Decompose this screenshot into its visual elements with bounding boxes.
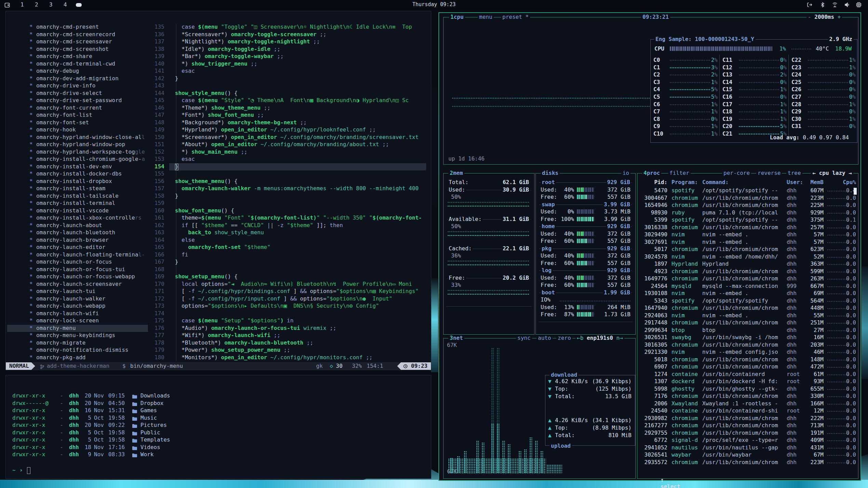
code-line[interactable]: *) show_main_menu ;; <box>175 149 247 155</box>
table-row[interactable]: 2917448chromium/usr/lib/chromium/chromdh… <box>637 319 858 327</box>
table-row[interactable]: 3026541waybar/usr/bin/waybardhh67M0.0 <box>637 451 858 459</box>
logout-icon[interactable] <box>806 2 813 8</box>
table-row[interactable]: 3016338chromium/usr/lib/chromium/chromdh… <box>637 224 858 232</box>
terminal-window-editor[interactable]: *omarchy-cmd-present135 case $(menu "Tog… <box>5 11 431 370</box>
file-list-item[interactable]: omarchy-hyprland-window-close-all <box>36 134 145 140</box>
table-row[interactable]: 3027691nvimnvim --embed .dhh57M0.0 <box>637 239 858 246</box>
file-list-item[interactable]: omarchy-hyprland-window-pop <box>36 141 125 148</box>
file-list-item[interactable]: omarchy-menu <box>36 325 76 331</box>
file-list-item[interactable]: omarchy-migrate <box>36 339 86 346</box>
code-line[interactable]: if [[ "$theme" == "CNCLD" || -z "$theme"… <box>175 222 343 228</box>
file-list-item[interactable]: omarchy-pkg-add <box>36 354 86 361</box>
code-line[interactable]: *Audio*) omarchy-launch-or-focus-tui wir… <box>175 325 336 331</box>
file-list-item[interactable]: omarchy-install-terminal <box>36 200 115 206</box>
code-line[interactable]: *Screensaver*) omarchy-toggle-screensave… <box>175 31 326 38</box>
file-list-item[interactable]: omarchy-install-chromium-google-a <box>36 156 145 162</box>
table-row[interactable]: 5018chromium/usr/lib/chromium/chromdhh14… <box>637 356 858 364</box>
file-list-item[interactable]: omarchy-lock-screen <box>36 317 99 324</box>
code-line[interactable]: show_font_menu() { <box>175 207 234 214</box>
volume-icon[interactable] <box>844 2 851 8</box>
code-line[interactable]: show_theme_menu() { <box>175 178 238 184</box>
file-list-item[interactable]: omarchy-font-list <box>36 112 92 118</box>
file-list-item[interactable]: omarchy-launch-webapp <box>36 303 105 309</box>
file-list-item[interactable]: omarchy-launch-about <box>36 222 102 228</box>
directory-name[interactable]: Pictures <box>140 422 167 428</box>
table-row[interactable]: 3026531swaybg/usr/bin/swaybg -i /homdhh1… <box>637 334 858 341</box>
file-list-item[interactable]: omarchy-font-set <box>36 119 89 126</box>
code-line[interactable]: case $(menu "Toggle" "◫ Screensaver\n☼ N… <box>175 24 412 30</box>
code-line[interactable]: show_style_menu() { <box>175 90 238 96</box>
code-line[interactable]: *Screensaver*) open_in_editor ~/.config/… <box>175 134 419 140</box>
table-row[interactable]: 6772signal-d/proc/self/exe --type=rdhh40… <box>637 437 858 444</box>
code-line[interactable]: fi <box>175 251 188 258</box>
table-row[interactable]: 5399spotify/opt/spotify/spotify --dhh375… <box>637 217 858 224</box>
file-list-item[interactable]: omarchy-launch-bluetooth <box>36 229 115 236</box>
file-list-item[interactable]: omarchy-drive-set-password <box>36 97 122 103</box>
table-row[interactable]: 5470spotify/opt/spotify/spotify --dhh607… <box>637 187 858 195</box>
table-row[interactable]: 3016305chromium/usr/lib/chromium/chromdh… <box>637 341 858 349</box>
file-list-item[interactable]: omarchy-install-tailscale <box>36 193 119 199</box>
code-line[interactable]: case $(menu "Setup" "$options") in <box>175 317 294 324</box>
code-line[interactable]: *About*) open_in_editor ~/.config/omarch… <box>175 141 389 148</box>
directory-name[interactable]: Videos <box>140 444 160 450</box>
table-row[interactable]: 98930rubypuma 7.1.0 (tcp://localdhh929M0… <box>637 209 858 217</box>
code-line[interactable]: *Idle*) omarchy-toggle-idle ;; <box>175 46 280 52</box>
code-line[interactable]: omarchy-launch-walker -m menus:omarchyth… <box>175 185 419 192</box>
table-row[interactable]: 1647940chromium/usr/lib/chromium/chromdh… <box>637 305 858 312</box>
file-list-item[interactable]: omarchy-cmd-terminal-cwd <box>36 60 115 67</box>
code-line[interactable]: else <box>175 237 195 243</box>
code-line[interactable]: [ -f ~/.config/hypr/input.conf ] && opti… <box>175 295 392 302</box>
table-row[interactable]: 2167277chromium/usr/lib/chromium/chromdh… <box>637 422 858 430</box>
table-row[interactable]: 7176chromium/usr/lib/chromium/chromdhh33… <box>637 393 858 400</box>
col-pid[interactable]: Pid: <box>637 179 667 185</box>
proc-percore-button[interactable]: per-core <box>722 170 751 176</box>
table-row[interactable]: 2924063nvimnvim --embed .dhh55M0.0 <box>637 312 858 320</box>
table-row[interactable]: 6907chromium/usr/lib/chromium/chromdhh47… <box>637 363 858 371</box>
file-list-item[interactable]: omarchy-launch-walker <box>36 295 105 302</box>
code-line[interactable]: } <box>175 259 178 265</box>
code-line[interactable]: [ -f ~/.config/hypr/bindings.conf ] && o… <box>175 288 419 294</box>
table-row[interactable]: 3029490nvimnvim --embed .dhh57M0.0 <box>637 231 858 239</box>
terminal-window-shell[interactable]: drwxr-xr-x-dhh20Nov09:15Downloadsdrwx---… <box>5 375 431 479</box>
code-line[interactable]: } <box>175 193 178 199</box>
file-list-item[interactable]: omarchy-dev-add-migration <box>36 75 119 82</box>
table-row[interactable]: 5017chromium/usr/lib/chromium/chromdhh62… <box>637 246 858 253</box>
code-line[interactable]: esac <box>175 156 195 162</box>
code-line[interactable]: *) show_trigger_menu ;; <box>175 60 257 67</box>
code-line[interactable]: back_to show_style_menu <box>175 229 264 236</box>
table-row[interactable]: 3024578nvimnvim --embed /home/dhh/dhh52M… <box>637 253 858 261</box>
directory-name[interactable]: Dropbox <box>140 400 163 406</box>
file-list-item[interactable]: omarchy-menu-keybindings <box>36 332 115 338</box>
file-list-item[interactable]: omarchy-install-dropbox <box>36 178 112 184</box>
code-line[interactable]: *Nightlight*) omarchy-toggle-nightlight … <box>175 38 320 45</box>
update-interval[interactable]: - 2000ms + <box>806 14 842 20</box>
directory-name[interactable]: Work <box>140 451 154 458</box>
file-list-item[interactable]: omarchy-launch-floating-terminal- <box>36 251 145 258</box>
table-row[interactable]: 1654946chromium/usr/lib/chromium/chromdh… <box>637 202 858 209</box>
table-row[interactable]: 1274containe/usr/bin/containerdroot61M0.… <box>637 371 858 378</box>
file-list-item[interactable]: omarchy-hook <box>36 126 76 133</box>
code-line[interactable]: *Hyprland*) open_in_editor ~/.config/hyp… <box>175 126 376 133</box>
directory-name[interactable]: Music <box>140 415 157 421</box>
code-line[interactable]: theme=$(menu "Font" "$(omarchy-font-list… <box>175 214 422 221</box>
file-list-item[interactable]: omarchy-launch-screensaver <box>36 281 122 287</box>
file-list-item[interactable]: omarchy-notification-dismiss <box>36 347 128 353</box>
file-list-item[interactable]: omarchy-drive-info <box>36 82 95 89</box>
directory-name[interactable]: Public <box>140 429 160 436</box>
proc-tree-button[interactable]: tree <box>786 170 802 176</box>
code-line[interactable]: *Background*) omarchy-theme-bg-next ;; <box>175 119 307 126</box>
table-row[interactable]: 2929755chromium/usr/lib/chromium/chromdh… <box>637 430 858 437</box>
file-list-item[interactable]: omarchy-install-vscode <box>36 207 109 214</box>
directory-name[interactable]: Games <box>140 407 157 414</box>
terminal-window-btop[interactable]: 1cpu menu preset * 09:23:21 - 2000ms + E… <box>438 12 861 481</box>
code-line[interactable]: } <box>175 75 178 82</box>
code-line[interactable]: local options="◄ Audio\n≈ Wifi\nᛒ Blueto… <box>175 281 412 287</box>
disks-box-title[interactable]: disks <box>541 170 560 176</box>
file-list-item[interactable]: omarchy-launch-editor <box>36 244 105 250</box>
code-line[interactable]: omarchy-font-set "$theme" <box>175 244 270 250</box>
table-row[interactable]: 1307dockerd/usr/bin/dockerd -H fd:root93… <box>637 378 858 386</box>
net-auto-button[interactable]: auto <box>537 335 553 341</box>
code-line[interactable]: case $(menu "Style" "◔ Theme\nA Font\n▦ … <box>175 97 409 103</box>
table-row[interactable]: 2941052nautilus/usr/bin/nautilus --gapdh… <box>637 444 858 452</box>
table-row[interactable]: 24540containe/usr/bin/containerd-shiroot… <box>637 407 858 415</box>
